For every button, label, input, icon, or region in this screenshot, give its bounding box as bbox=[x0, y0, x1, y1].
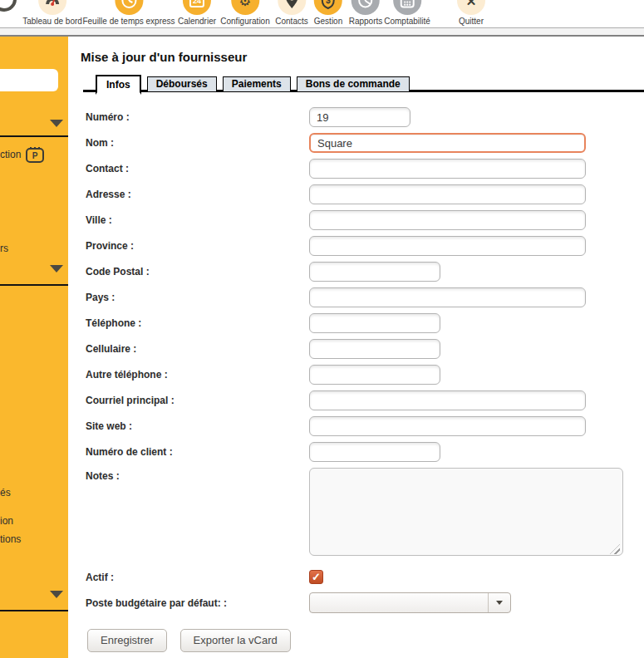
map-pin-icon bbox=[278, 0, 306, 15]
tab-paiements[interactable]: Paiements bbox=[223, 76, 291, 92]
toolbar-item-contacts[interactable]: Contacts bbox=[275, 0, 307, 26]
sidebar-divider bbox=[0, 610, 68, 611]
toolbar-item-configuration[interactable]: ⚙ Configuration bbox=[220, 0, 269, 26]
gear-icon: ⚙ bbox=[231, 0, 259, 15]
ville-field[interactable] bbox=[309, 210, 586, 230]
telephone-field[interactable] bbox=[309, 313, 440, 333]
calendar-icon: 24 bbox=[183, 0, 211, 15]
numero-field[interactable] bbox=[309, 107, 410, 127]
contact-label: Contact : bbox=[86, 163, 309, 174]
chevron-down-icon[interactable] bbox=[50, 120, 63, 127]
sidebar-divider bbox=[0, 284, 68, 286]
page-title: Mise à jour d'un fournisseur bbox=[81, 50, 644, 64]
province-field[interactable] bbox=[309, 236, 586, 256]
site-web-field[interactable] bbox=[309, 416, 586, 436]
toolbar-item-comptabilite[interactable]: Comptabilité bbox=[384, 0, 430, 26]
toolbar-label: Calendrier bbox=[178, 17, 216, 26]
sidebar-divider bbox=[0, 135, 68, 137]
save-button[interactable]: Enregistrer bbox=[87, 629, 167, 652]
poste-budgetaire-select[interactable] bbox=[309, 592, 511, 613]
contact-field[interactable] bbox=[309, 159, 586, 179]
tab-bar: Infos Déboursés Paiements Bons de comman… bbox=[81, 75, 644, 92]
poste-budgetaire-label: Poste budgétaire par défaut: : bbox=[86, 597, 309, 609]
notes-label: Notes : bbox=[86, 468, 309, 482]
svg-text:$: $ bbox=[326, 0, 331, 5]
sidebar-item-fournisseurs[interactable]: rs bbox=[0, 243, 8, 254]
calendar-day-number: 24 bbox=[189, 0, 204, 7]
svg-text:P: P bbox=[32, 151, 38, 160]
dollar-shield-icon: $ bbox=[314, 0, 342, 15]
toolbar-label: Contacts bbox=[275, 17, 307, 26]
province-label: Province : bbox=[86, 240, 309, 252]
toolbar-label: Tableau de bord bbox=[22, 17, 82, 26]
autre-telephone-field[interactable] bbox=[309, 365, 440, 385]
numero-label: Numéro : bbox=[86, 111, 309, 123]
export-vcard-button[interactable]: Exporter la vCard bbox=[180, 629, 291, 652]
toolbar-label: Rapports bbox=[349, 17, 383, 26]
close-icon: ✕ bbox=[457, 0, 485, 15]
check-icon: ✓ bbox=[312, 572, 321, 582]
select-cap[interactable] bbox=[488, 593, 510, 612]
chart-icon bbox=[351, 0, 380, 15]
gauge-icon bbox=[38, 0, 66, 15]
production-tag-icon: P bbox=[25, 145, 45, 164]
top-toolbar: Tableau de bord Feuille de temps express… bbox=[0, 0, 644, 27]
courriel-field[interactable] bbox=[309, 390, 586, 410]
site-web-label: Site web : bbox=[86, 420, 309, 432]
tab-debourses[interactable]: Déboursés bbox=[147, 76, 217, 92]
toolbar-label: Quitter bbox=[457, 17, 485, 26]
tab-bons-de-commande[interactable]: Bons de commande bbox=[297, 76, 410, 92]
toolbar-label: Comptabilité bbox=[384, 17, 430, 26]
main-content: Mise à jour d'un fournisseur Infos Débou… bbox=[68, 37, 644, 658]
actif-label: Actif : bbox=[86, 572, 309, 583]
chevron-down-icon[interactable] bbox=[50, 265, 63, 273]
toolbar-divider bbox=[0, 27, 644, 37]
sidebar-search-input[interactable] bbox=[0, 69, 58, 91]
chevron-down-icon bbox=[496, 601, 503, 605]
cellulaire-field[interactable] bbox=[309, 339, 440, 359]
adresse-field[interactable] bbox=[309, 184, 586, 204]
partial-toolbar-icon bbox=[0, 0, 17, 12]
left-sidebar: ction P rs és ion tions bbox=[0, 37, 68, 658]
cellulaire-label: Cellulaire : bbox=[86, 343, 309, 355]
sidebar-item-es[interactable]: és bbox=[0, 487, 11, 498]
courriel-label: Courriel principal : bbox=[86, 395, 309, 406]
toolbar-item-rapports[interactable]: Rapports bbox=[349, 0, 383, 26]
toolbar-item-feuille-de-temps[interactable]: Feuille de temps express bbox=[82, 0, 175, 26]
sidebar-item-tions[interactable]: tions bbox=[0, 533, 21, 545]
toolbar-label: Configuration bbox=[220, 17, 269, 26]
nom-field[interactable] bbox=[309, 133, 586, 153]
numero-client-field[interactable] bbox=[309, 442, 440, 462]
adresse-label: Adresse : bbox=[86, 189, 309, 200]
tab-infos[interactable]: Infos bbox=[96, 75, 141, 95]
telephone-label: Téléphone : bbox=[86, 317, 309, 329]
chevron-down-icon[interactable] bbox=[50, 591, 63, 598]
toolbar-item-tableau-de-bord[interactable]: Tableau de bord bbox=[22, 0, 82, 26]
toolbar-item-quitter[interactable]: ✕ Quitter bbox=[457, 0, 485, 26]
numero-client-label: Numéro de client : bbox=[86, 446, 309, 458]
code-postal-label: Code Postal : bbox=[86, 266, 309, 277]
clock-icon bbox=[115, 0, 143, 15]
ville-label: Ville : bbox=[86, 214, 309, 226]
sidebar-item-production[interactable]: ction P bbox=[0, 145, 45, 164]
toolbar-item-calendrier[interactable]: 24 Calendrier bbox=[178, 0, 216, 26]
code-postal-field[interactable] bbox=[309, 262, 440, 282]
toolbar-label: Gestion bbox=[314, 17, 342, 26]
toolbar-item-gestion[interactable]: $ Gestion bbox=[314, 0, 342, 26]
pays-field[interactable] bbox=[309, 287, 586, 307]
actif-checkbox[interactable]: ✓ bbox=[309, 570, 323, 584]
supplier-form: Numéro : Nom : Contact : Adresse : Ville… bbox=[81, 107, 644, 652]
notes-field[interactable] bbox=[309, 468, 623, 556]
calculator-icon bbox=[393, 0, 421, 15]
nom-label: Nom : bbox=[86, 137, 309, 149]
sidebar-item-ion[interactable]: ion bbox=[0, 515, 13, 527]
pays-label: Pays : bbox=[86, 292, 309, 303]
toolbar-label: Feuille de temps express bbox=[82, 17, 175, 26]
autre-telephone-label: Autre téléphone : bbox=[86, 369, 309, 381]
